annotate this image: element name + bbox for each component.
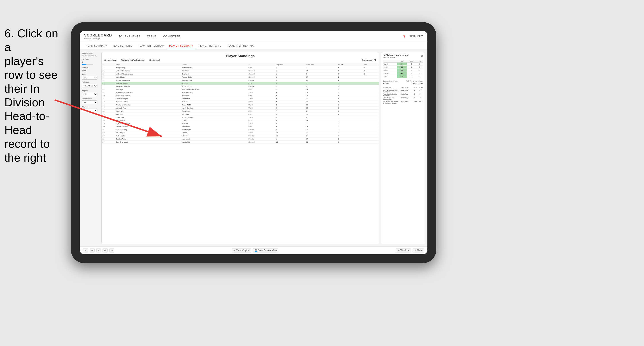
table-row[interactable]: 10 Jacob Mac Elwan Arkansas Fifth 4 25 0 <box>102 94 379 97</box>
tab-player-h2h-grid[interactable]: PLAYER H2H GRID <box>196 43 224 49</box>
tab-team-summary[interactable]: TEAM SUMMARY <box>84 43 109 49</box>
table-row[interactable]: 20 Matthew Riedel Vanderbilt Fifth 8 26 … <box>102 125 379 128</box>
sign-out-button[interactable]: Sign out <box>409 34 423 39</box>
settings-button[interactable]: ⚙ <box>102 248 108 252</box>
cell-rds: 1 <box>337 141 363 144</box>
nav-tournaments[interactable]: TOURNAMENTS <box>119 34 140 39</box>
table-row[interactable]: 15 Jake Hall Tennessee Fifth 7 24 1 <box>102 110 379 113</box>
cell-reg: 1 <box>275 66 306 69</box>
tab-team-h2h-heatmap[interactable]: TEAM H2H HEATMAP <box>136 43 166 49</box>
table-row[interactable]: 25 Cole Sherwood Vanderbilt Second 12 23… <box>102 141 379 144</box>
close-button[interactable]: ⊗ <box>420 54 423 58</box>
nav-teams[interactable]: TEAMS <box>147 34 157 39</box>
cell-player: Bastian Amat <box>115 138 181 141</box>
cell-yr: Third <box>248 91 275 94</box>
cell-player: Matthew Riedel <box>115 125 181 128</box>
table-row[interactable]: 2 Michael La Sasso Ole Miss Second 1 19 … <box>102 69 379 72</box>
table-row[interactable]: 11 Gordon Sargent Vanderbilt Third 4 21 … <box>102 97 379 100</box>
copy-button[interactable]: ⎘ <box>96 248 101 252</box>
cell-yr: First <box>248 119 275 122</box>
save-custom-view-button[interactable]: 💾 Save Custom View <box>253 248 278 252</box>
cell-player: Luke Claton <box>115 76 181 79</box>
table-row[interactable]: 24 Bastian Amat New Mexico Fourth 1 27 2 <box>102 138 379 141</box>
cell-school: Auburn <box>181 82 248 85</box>
table-row[interactable]: 18 Luke Powell UCLA First 8 24 1 <box>102 119 379 122</box>
h2h-tie: 3 <box>416 72 423 75</box>
table-row[interactable]: 6 Jackson Koivun Auburn First 1 1 1 <box>102 82 379 85</box>
cell-win <box>363 113 379 116</box>
cell-player: David Ford <box>115 116 181 119</box>
h2h-tie: 1 <box>416 75 423 78</box>
table-row[interactable]: 3 Michael Thorbjornsen Stanford Second 1… <box>102 72 379 76</box>
nav-committee[interactable]: COMMITTEE <box>163 34 180 39</box>
region-select[interactable]: N/A <box>82 92 98 96</box>
tab-team-h2h-grid[interactable]: TEAM H2H GRID <box>110 43 135 49</box>
col-reg-rank: Reg Rank <box>275 63 306 66</box>
pos: 4 <box>414 90 418 93</box>
h2h-range: 51-100 <box>383 72 397 75</box>
division-section: Division NCAA Division I <box>82 81 100 88</box>
h2h-col-win: Win <box>397 60 407 63</box>
player-section: Player All <box>82 106 100 112</box>
view-original-button[interactable]: 👁 View: Original <box>232 248 252 252</box>
table-row[interactable]: 13 Phichakon Maichon Texas A&M Third 6 3… <box>102 103 379 107</box>
table-row[interactable]: 17 David Ford North Carolina Third 8 21 … <box>102 116 379 119</box>
refresh-button[interactable]: ↺ <box>110 248 114 252</box>
h2h-row: >100 578 11 1 <box>383 75 423 78</box>
table-row[interactable]: 8 Mats Ege East Tennessee State Fifth 1 … <box>102 88 379 91</box>
cell-conf: 8 <box>306 72 337 76</box>
cell-conf: 24 <box>306 91 337 94</box>
cell-win <box>363 76 379 79</box>
table-row[interactable]: 21 Taehoon Song Washington Fourth 6 23 1 <box>102 128 379 131</box>
table-row[interactable]: 4 Luke Claton Florida State Second 1 27 … <box>102 76 379 79</box>
cell-reg: 1 <box>275 138 306 141</box>
conference-select[interactable]: All <box>82 100 98 104</box>
cell-num: 1 <box>102 66 115 69</box>
player-select[interactable]: All <box>82 109 98 112</box>
cell-school: Florida State <box>181 76 248 79</box>
tab-player-h2h-heatmap[interactable]: PLAYER H2H HEATMAP <box>224 43 257 49</box>
no-rds-slider[interactable] <box>82 64 100 65</box>
table-row[interactable]: 5 Christo Lamprecht Georgia Tech Fourth … <box>102 79 379 82</box>
cell-player: Christo Lamprecht <box>115 79 181 82</box>
logo-subtitle: Powered by clippi <box>84 37 112 40</box>
table-row[interactable]: 16 Alex Goff Kentucky Fifth 8 19 0 <box>102 113 379 116</box>
table-row[interactable]: 23 Jack Lundin Missouri Fourth 11 24 1 <box>102 134 379 138</box>
cell-conf: 1 <box>306 82 337 85</box>
cell-win <box>363 131 379 134</box>
table-row[interactable]: 7 Nicholas Gabrelcik North Florida Fourt… <box>102 85 379 88</box>
year-select[interactable]: (All) <box>82 76 98 80</box>
sub-navigation: TEAM SUMMARY TEAM H2H GRID TEAM H2H HEAT… <box>80 42 428 50</box>
table-row[interactable]: 1 Wenyi Ding Arizona State First 1 1 8 1 <box>102 66 379 69</box>
table-row[interactable]: 14 Maxwell Ford North Carolina Third 6 2… <box>102 107 379 110</box>
undo-button[interactable]: ↩ <box>83 248 88 252</box>
gender-section: Gender Men <box>82 67 100 71</box>
cell-yr: Fifth <box>248 94 275 97</box>
redo-button[interactable]: ↪ <box>90 248 94 252</box>
table-row[interactable]: 19 Tiger Christensen Arizona Third 8 23 … <box>102 122 379 125</box>
h2h-win: 578 <box>397 75 407 78</box>
table-row[interactable]: 12 Brendan Valles Auburn Third 4 27 0 <box>102 100 379 103</box>
cell-player: Jack Lundin <box>115 134 181 138</box>
h2h-col-loss: Loss <box>407 60 416 63</box>
cell-player: Luke Powell <box>115 119 181 122</box>
table-row[interactable]: 22 Ian Gilligan Florida Third 10 24 1 <box>102 131 379 134</box>
cell-reg: 8 <box>275 113 306 116</box>
tab-player-summary[interactable]: PLAYER SUMMARY <box>167 43 195 49</box>
cell-conf: 1 <box>306 66 337 69</box>
standings-table-container[interactable]: # Player School Yr Reg Rank Conf Rank No… <box>102 63 379 244</box>
cell-num: 5 <box>102 79 115 82</box>
cell-win <box>363 85 379 88</box>
cell-win <box>363 110 379 113</box>
cell-school: North Florida <box>181 85 248 88</box>
division-select[interactable]: NCAA Division I <box>82 84 98 88</box>
share-button[interactable]: ↗ Share <box>412 248 424 252</box>
cell-rds: 1 <box>337 82 363 85</box>
cell-num: 7 <box>102 85 115 88</box>
cell-conf: 23 <box>306 128 337 131</box>
watch-button[interactable]: 👁 Watch ▼ <box>396 248 411 252</box>
cell-reg: 7 <box>275 110 306 113</box>
table-row[interactable]: 9 Preston Summerhays Arizona State Third… <box>102 91 379 94</box>
event-type: Stroke Play <box>400 93 413 96</box>
gender-value: Men <box>82 69 100 71</box>
